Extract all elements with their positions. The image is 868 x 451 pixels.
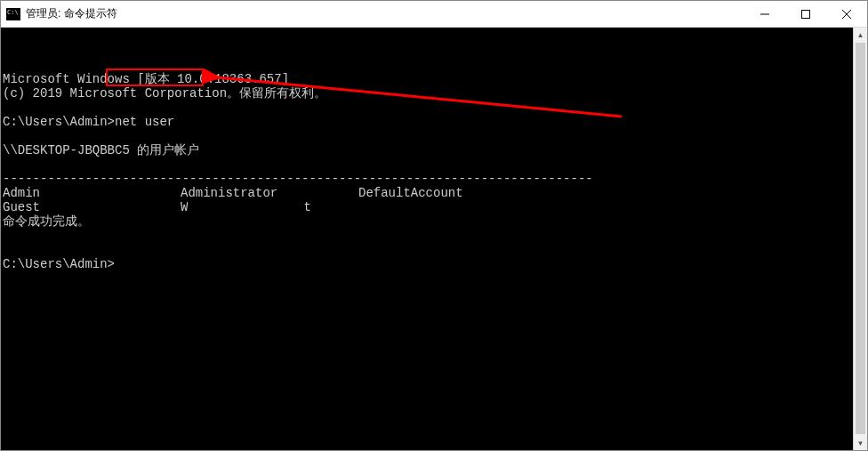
copyright-line: (c) 2019 Microsoft Corporation。保留所有权利。 bbox=[3, 86, 326, 101]
user-cell-partial: t bbox=[303, 200, 310, 214]
success-line: 命令成功完成。 bbox=[3, 214, 90, 229]
prompt-path: C:\Users\Admin> bbox=[3, 257, 115, 271]
svg-rect-1 bbox=[802, 10, 810, 18]
divider-line: ----------------------------------------… bbox=[3, 172, 593, 186]
user-cell: Administrator bbox=[181, 186, 358, 200]
user-cell: Admin bbox=[3, 186, 181, 200]
window-controls bbox=[744, 1, 867, 27]
user-cell-partial: W bbox=[181, 200, 188, 214]
close-button[interactable] bbox=[826, 1, 867, 27]
window-title: 管理员: 命令提示符 bbox=[26, 6, 117, 21]
maximize-button[interactable] bbox=[785, 1, 826, 27]
redacted-block bbox=[188, 201, 303, 213]
titlebar[interactable]: 管理员: 命令提示符 bbox=[1, 1, 867, 28]
user-cell: Wt bbox=[181, 200, 358, 214]
version-line: Microsoft Windows [版本 10.0.18363.657] bbox=[3, 72, 289, 86]
minimize-button[interactable] bbox=[744, 1, 785, 27]
user-cell: DefaultAccount bbox=[358, 186, 536, 200]
cmd-window: 管理员: 命令提示符 Microsoft Windows [版本 10.0.18… bbox=[0, 0, 868, 451]
vertical-scrollbar[interactable]: ▲ ▼ bbox=[853, 28, 867, 450]
user-cell: Guest bbox=[3, 200, 181, 214]
titlebar-left: 管理员: 命令提示符 bbox=[6, 6, 117, 21]
cmd-icon bbox=[6, 8, 20, 20]
prompt-path: C:\Users\Admin> bbox=[3, 115, 115, 129]
scroll-thumb[interactable] bbox=[856, 43, 865, 434]
scroll-up-arrow-icon[interactable]: ▲ bbox=[854, 28, 867, 42]
accounts-header: \\DESKTOP-JBQBBC5 的用户帐户 bbox=[3, 143, 199, 157]
scroll-down-arrow-icon[interactable]: ▼ bbox=[854, 436, 867, 450]
prompt-command: net user bbox=[115, 115, 174, 129]
terminal-content: Microsoft Windows [版本 10.0.18363.657] (c… bbox=[3, 58, 867, 286]
terminal-area[interactable]: Microsoft Windows [版本 10.0.18363.657] (c… bbox=[1, 28, 867, 450]
